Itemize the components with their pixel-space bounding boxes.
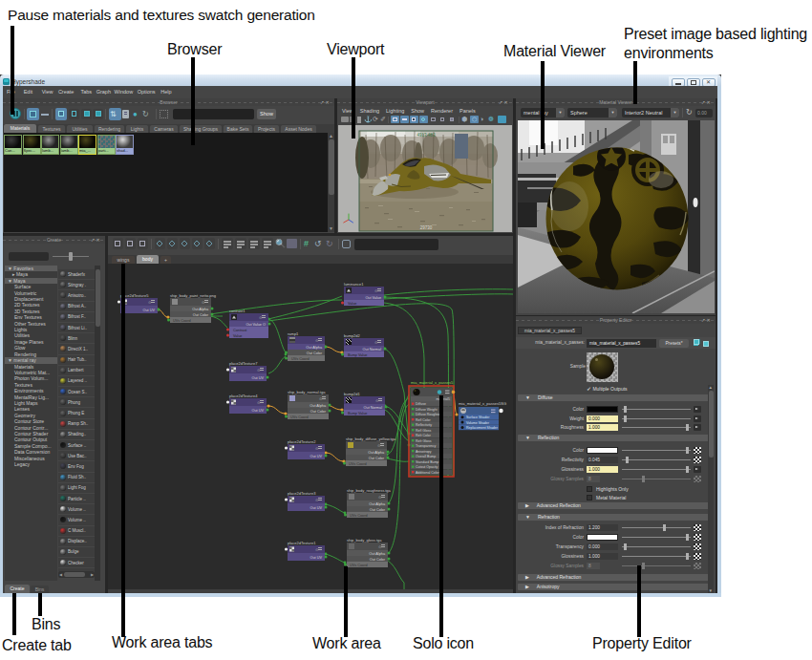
svg-text:4913 483: 4913 483 (417, 133, 436, 138)
svg-text:ramp1: ramp1 (288, 331, 299, 336)
svg-text:Surface Shader: Surface Shader (466, 415, 490, 419)
svg-text:Out Normal: Out Normal (364, 406, 383, 410)
svg-text:Diffuse: Diffuse (416, 402, 426, 406)
svg-text:UVs Coord: UVs Coord (291, 357, 310, 361)
svg-text:Out UV: Out UV (310, 506, 323, 510)
svg-text:Diffuse Weight: Diffuse Weight (416, 408, 438, 412)
svg-text:Out Color: Out Color (310, 410, 327, 414)
svg-text:Out UV: Out UV (310, 455, 323, 458)
svg-text:Bump Value: Bump Value (348, 412, 367, 415)
svg-text:Out Color: Out Color (193, 313, 209, 317)
svg-text:Overall Bump: Overall Bump (416, 455, 436, 458)
svg-text:Out Alpha: Out Alpha (306, 346, 323, 350)
svg-text:UVs Coord: UVs Coord (349, 462, 367, 466)
svg-text:Contrast: Contrast (233, 329, 247, 332)
svg-text:place2dTexture7: place2dTexture7 (229, 361, 258, 366)
svg-text:Out UV: Out UV (143, 309, 156, 312)
svg-text:Out UV: Out UV (252, 376, 265, 380)
svg-text:ship_body_gloss.tga: ship_body_gloss.tga (347, 538, 382, 543)
svg-text:Reflectivity: Reflectivity (416, 423, 432, 427)
svg-text:ship_body_roughness.tga: ship_body_roughness.tga (347, 488, 392, 493)
svg-text:place2dTexture3: place2dTexture3 (288, 491, 316, 496)
svg-text:Out Color: Out Color (307, 351, 323, 355)
svg-text:Standard Bump: Standard Bump (416, 460, 438, 464)
svg-text:mia_material_x_passes5SG: mia_material_x_passes5SG (459, 401, 506, 406)
svg-text:29730: 29730 (420, 225, 433, 230)
svg-text:Out Alpha: Out Alpha (369, 502, 386, 506)
svg-text:Value: Value (233, 334, 242, 338)
svg-text:Out UV: Out UV (252, 409, 265, 413)
svg-text:Out Color: Out Color (370, 508, 386, 512)
svg-text:mia_material_x_passes5: mia_material_x_passes5 (411, 380, 454, 385)
svg-text:ship_body_paint_netto.png: ship_body_paint_netto.png (170, 293, 216, 298)
svg-text:Refl Gloss: Refl Gloss (416, 429, 431, 433)
svg-text:Anisotropy: Anisotropy (416, 450, 432, 454)
svg-text:UVs Coord: UVs Coord (350, 564, 368, 567)
svg-text:place2dTexture2: place2dTexture2 (288, 439, 316, 444)
svg-text:luminance1: luminance1 (344, 282, 364, 287)
svg-text:ship_body_diffuse_yellow.tga: ship_body_diffuse_yellow.tga (346, 436, 396, 441)
svg-text:Diffuse Roughne: Diffuse Roughne (416, 413, 440, 416)
svg-text:UVs Coord: UVs Coord (290, 415, 309, 419)
svg-text:Value: Value (348, 302, 356, 306)
svg-text:ship_body_normal.tga: ship_body_normal.tga (288, 390, 326, 394)
svg-text:Out Color: Out Color (369, 457, 385, 460)
svg-text:Out Color: Out Color (370, 558, 386, 562)
svg-text:Out Value: Out Value (365, 296, 381, 300)
svg-text:Refr Color: Refr Color (416, 434, 432, 437)
svg-text:Out UV: Out UV (310, 556, 323, 560)
svg-text:Additional Color: Additional Color (416, 471, 440, 475)
svg-text:Out Alpha: Out Alpha (192, 308, 209, 311)
svg-text:Transparency: Transparency (416, 444, 437, 448)
svg-text:Replacement Shader: Replacement Shader (466, 426, 499, 430)
svg-text:bump2d2: bump2d2 (344, 333, 360, 338)
svg-text:bump2d1: bump2d1 (344, 392, 360, 396)
svg-text:Volume Shader: Volume Shader (466, 421, 490, 425)
svg-text:Bump Value: Bump Value (348, 353, 367, 357)
svg-text:UVs Coord: UVs Coord (350, 514, 368, 518)
svg-text:Out Alpha: Out Alpha (369, 552, 386, 556)
svg-text:Out Normal: Out Normal (363, 348, 382, 351)
svg-text:UVs Coord: UVs Coord (173, 319, 191, 323)
svg-text:Cutout Opacity: Cutout Opacity (416, 465, 438, 469)
svg-text:Out Value O: Out Value O (246, 323, 266, 327)
svg-text:place2dTexture1: place2dTexture1 (288, 541, 316, 545)
svg-text:Out Alpha: Out Alpha (310, 404, 327, 408)
svg-text:place2dTexture4: place2dTexture4 (229, 394, 258, 398)
svg-text:Refl Color: Refl Color (416, 418, 431, 422)
svg-text:Out Alpha: Out Alpha (368, 451, 385, 455)
svg-text:Refr Gloss: Refr Gloss (416, 439, 432, 443)
svg-text:contrast1: contrast1 (229, 309, 246, 313)
